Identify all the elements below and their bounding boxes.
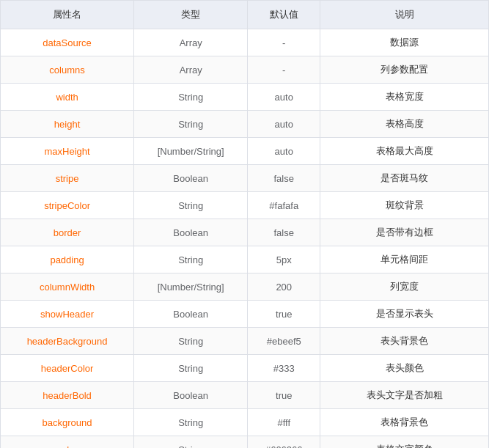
cell-type: Boolean [134,219,248,246]
table-row: showHeaderBooleantrue是否显示表头 [1,301,489,328]
cell-prop-name: headerColor [1,355,134,382]
cell-default: 200 [248,273,320,301]
cell-prop-name: stripeColor [1,192,134,219]
cell-type: Array [134,56,248,84]
cell-default: false [248,165,320,192]
cell-prop-name: columns [1,56,134,84]
cell-desc: 表格背景色 [320,409,489,436]
col-header-prop: 属性名 [1,1,134,29]
cell-type: Array [134,29,248,56]
cell-type: String [134,111,248,138]
cell-type: Boolean [134,301,248,328]
table-row: backgroundString#fff表格背景色 [1,409,489,436]
cell-desc: 是否带有边框 [320,219,489,246]
cell-default: #ebeef5 [248,328,320,355]
cell-prop-name: width [1,84,134,111]
cell-desc: 列宽度 [320,273,489,301]
cell-type: String [134,436,248,449]
cell-type: String [134,328,248,355]
properties-table: 属性名 类型 默认值 说明 dataSourceArray-数据源columns… [0,0,489,448]
cell-default: auto [248,111,320,138]
cell-desc: 表头文字是否加粗 [320,382,489,409]
table-header-row: 属性名 类型 默认值 说明 [1,1,489,29]
cell-default: - [248,29,320,56]
cell-prop-name: headerBackground [1,328,134,355]
table-row: borderBooleanfalse是否带有边框 [1,219,489,246]
cell-prop-name: headerBold [1,382,134,409]
col-header-desc: 说明 [320,1,489,29]
cell-desc: 表头背景色 [320,328,489,355]
cell-prop-name: padding [1,246,134,273]
cell-default: auto [248,138,320,165]
cell-default: #606266 [248,436,320,449]
table-row: widthStringauto表格宽度 [1,84,489,111]
table-row: maxHeight[Number/String]auto表格最大高度 [1,138,489,165]
cell-desc: 表格文字颜色 [320,436,489,449]
table-row: heightStringauto表格高度 [1,111,489,138]
cell-default: true [248,301,320,328]
cell-prop-name: maxHeight [1,138,134,165]
cell-desc: 单元格间距 [320,246,489,273]
cell-prop-name: border [1,219,134,246]
cell-desc: 斑纹背景 [320,192,489,219]
cell-type: Boolean [134,382,248,409]
cell-prop-name: showHeader [1,301,134,328]
cell-default: true [248,382,320,409]
cell-type: String [134,192,248,219]
table-row: colorString#606266表格文字颜色 [1,436,489,449]
cell-desc: 是否斑马纹 [320,165,489,192]
table-row: headerBoldBooleantrue表头文字是否加粗 [1,382,489,409]
cell-type: String [134,246,248,273]
cell-default: false [248,219,320,246]
cell-type: Boolean [134,165,248,192]
cell-desc: 表头颜色 [320,355,489,382]
cell-type: String [134,355,248,382]
cell-desc: 表格高度 [320,111,489,138]
cell-type: [Number/String] [134,138,248,165]
cell-desc: 数据源 [320,29,489,56]
table-row: columnsArray-列参数配置 [1,56,489,84]
cell-default: 5px [248,246,320,273]
cell-prop-name: columnWidth [1,273,134,301]
cell-type: String [134,409,248,436]
cell-prop-name: height [1,111,134,138]
cell-default: #fff [248,409,320,436]
cell-default: #fafafa [248,192,320,219]
table-row: headerBackgroundString#ebeef5表头背景色 [1,328,489,355]
cell-default: #333 [248,355,320,382]
cell-prop-name: dataSource [1,29,134,56]
table-row: stripeBooleanfalse是否斑马纹 [1,165,489,192]
cell-desc: 表格宽度 [320,84,489,111]
cell-default: - [248,56,320,84]
cell-type: String [134,84,248,111]
cell-desc: 是否显示表头 [320,301,489,328]
col-header-type: 类型 [134,1,248,29]
cell-prop-name: background [1,409,134,436]
cell-desc: 表格最大高度 [320,138,489,165]
table-row: stripeColorString#fafafa斑纹背景 [1,192,489,219]
cell-prop-name: color [1,436,134,449]
cell-prop-name: stripe [1,165,134,192]
cell-type: [Number/String] [134,273,248,301]
table-row: headerColorString#333表头颜色 [1,355,489,382]
table-row: paddingString5px单元格间距 [1,246,489,273]
table-row: columnWidth[Number/String]200列宽度 [1,273,489,301]
cell-default: auto [248,84,320,111]
col-header-default: 默认值 [248,1,320,29]
table-row: dataSourceArray-数据源 [1,29,489,56]
cell-desc: 列参数配置 [320,56,489,84]
